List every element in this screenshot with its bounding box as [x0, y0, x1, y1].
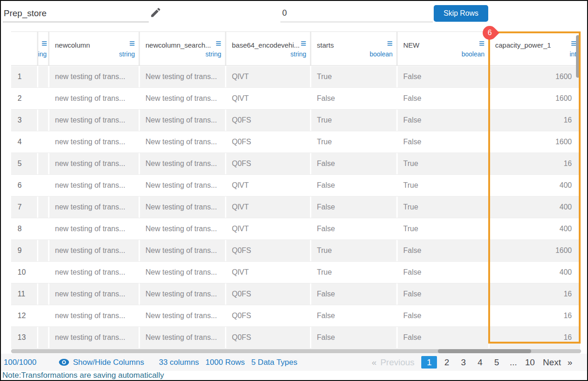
table-row: 2new testing of trans...New testing of t…: [11, 88, 580, 110]
table-cell-starts: True: [311, 262, 396, 283]
page-button-2[interactable]: 2: [440, 356, 454, 369]
skip-rows-button[interactable]: Skip Rows: [434, 5, 488, 22]
table-cell-base64: QlVT: [226, 66, 310, 87]
table-cell-num: 2: [11, 88, 37, 109]
table-cell-num: 11: [11, 283, 37, 305]
table-cell-base64: QlVT: [226, 218, 310, 240]
column-menu-icon[interactable]: ≡: [387, 38, 393, 48]
table-cell-newcolumn_search: New testing of trans...: [140, 175, 225, 196]
column-menu-icon[interactable]: ≡: [42, 38, 47, 48]
table-cell-newcolumn_search: New testing of trans...: [140, 218, 225, 240]
skip-rows-input[interactable]: [280, 5, 433, 22]
column-name: base64_encodevehi...: [232, 41, 306, 49]
table-cell-newcolumn_search: New testing of trans...: [140, 305, 225, 326]
table-row: 13new testing of trans...New testing of …: [11, 327, 580, 349]
table-cell-starts: True: [311, 110, 396, 131]
table-cell-num: 9: [11, 240, 37, 261]
table-row: 9new testing of trans...New testing of t…: [11, 240, 580, 262]
table-cell-base64: QlVT: [226, 88, 310, 109]
table-cell-capacity: 400: [490, 218, 580, 240]
first-page-arrow[interactable]: «: [372, 357, 377, 368]
column-type-label: ing: [38, 50, 47, 58]
table-body: 1new testing of trans...New testing of t…: [11, 66, 580, 349]
column-header-capacity-power-1[interactable]: capacity_power_1 ≡ int: [490, 32, 580, 65]
dataset-name-input[interactable]: [3, 5, 149, 22]
table-cell-base64: Q0FS: [226, 110, 310, 131]
table-row: 10new testing of trans...New testing of …: [11, 262, 580, 283]
table-cell-mini: [38, 305, 48, 326]
table-cell-base64: QlVT: [226, 262, 310, 283]
previous-page-button[interactable]: Previous: [380, 357, 414, 368]
next-page-button[interactable]: Next: [543, 357, 561, 368]
table-cell-mini: [38, 131, 48, 153]
column-header-starts[interactable]: starts ≡ boolean: [311, 32, 396, 65]
table-cell-newcolumn_search: New testing of trans...: [140, 131, 225, 153]
column-menu-icon[interactable]: ≡: [216, 38, 221, 48]
table-cell-starts: False: [311, 218, 396, 240]
table-cell-capacity: 400: [490, 262, 580, 283]
page-ellipsis[interactable]: ...: [506, 356, 520, 369]
page-button-4[interactable]: 4: [473, 356, 487, 369]
table-cell-base64: QlVT: [226, 197, 310, 218]
show-hide-columns-button[interactable]: Show/Hide Columns: [59, 358, 144, 367]
page-button-3[interactable]: 3: [456, 356, 470, 369]
table-cell-newcolumn: new testing of trans...: [49, 283, 139, 305]
column-menu-icon[interactable]: ≡: [129, 38, 135, 48]
table-row: 3new testing of trans...New testing of t…: [11, 110, 580, 131]
table-cell-new: True: [398, 218, 488, 240]
table-cell-starts: False: [311, 327, 396, 348]
table-cell-num: 1: [11, 66, 37, 87]
column-header-new[interactable]: NEW ≡ boolean: [398, 32, 488, 65]
table-row: 7new testing of trans...New testing of t…: [11, 197, 580, 218]
table-row: 11new testing of trans...New testing of …: [11, 283, 580, 305]
table-cell-mini: [38, 110, 48, 131]
table-cell-newcolumn: new testing of trans...: [49, 66, 139, 87]
table-cell-capacity: 1600: [490, 88, 580, 109]
table-cell-capacity: 400: [490, 197, 580, 218]
table-cell-mini: [38, 153, 48, 174]
table-cell-new: True: [398, 197, 488, 218]
table-cell-capacity: 16: [490, 305, 580, 326]
table-cell-new: False: [398, 283, 488, 305]
table-cell-newcolumn: new testing of trans...: [49, 110, 139, 131]
table-cell-num: 4: [11, 131, 37, 153]
table-cell-starts: False: [311, 197, 396, 218]
table-cell-new: True: [398, 153, 488, 174]
table-cell-newcolumn_search: New testing of trans...: [140, 240, 225, 261]
rows-count-label: 1000 Rows: [206, 358, 245, 367]
table-cell-base64: Q0FS: [226, 240, 310, 261]
table-row: 5new testing of trans...New testing of t…: [11, 153, 580, 175]
table-cell-starts: False: [311, 153, 396, 174]
horizontal-scrollbar-track[interactable]: [11, 349, 581, 353]
page-button-10[interactable]: 10: [523, 356, 537, 369]
table-row: 6new testing of trans...New testing of t…: [11, 175, 580, 197]
table-row: 1new testing of trans...New testing of t…: [11, 66, 580, 88]
column-header-newcolumn[interactable]: newcolumn ≡ string: [49, 32, 139, 65]
table-cell-starts: True: [311, 131, 396, 153]
table-cell-mini: [38, 88, 48, 109]
vertical-scrollbar-thumb[interactable]: [576, 35, 580, 78]
table-cell-num: 13: [11, 327, 37, 348]
page-button-1[interactable]: 1: [421, 356, 437, 369]
horizontal-scrollbar-thumb[interactable]: [438, 349, 531, 353]
table-row: 4new testing of trans...New testing of t…: [11, 131, 580, 153]
table-cell-newcolumn: new testing of trans...: [49, 218, 139, 240]
edit-pencil-icon[interactable]: [150, 6, 162, 18]
column-header-base64-encode[interactable]: base64_encodevehi... ≡ string: [226, 32, 310, 65]
table-cell-capacity: 400: [490, 175, 580, 196]
last-page-arrow[interactable]: »: [567, 357, 572, 368]
column-type-label: string: [206, 50, 221, 58]
table-cell-newcolumn: new testing of trans...: [49, 153, 139, 174]
step-badge-value: 6: [488, 29, 492, 37]
column-menu-icon[interactable]: ≡: [479, 38, 485, 48]
table-cell-num: 12: [11, 305, 37, 326]
column-type-label: string: [119, 50, 135, 58]
table-cell-starts: False: [311, 175, 396, 196]
column-menu-icon[interactable]: ≡: [301, 38, 306, 48]
page-button-5[interactable]: 5: [490, 356, 503, 369]
column-header-newcolumn-search[interactable]: newcolumn_search... ≡ string: [140, 32, 225, 65]
table-cell-capacity: 1600: [490, 131, 580, 153]
show-hide-columns-label: Show/Hide Columns: [73, 358, 144, 367]
top-toolbar: Skip Rows: [1, 1, 587, 31]
column-header-truncated[interactable]: ≡ ing: [38, 32, 48, 65]
